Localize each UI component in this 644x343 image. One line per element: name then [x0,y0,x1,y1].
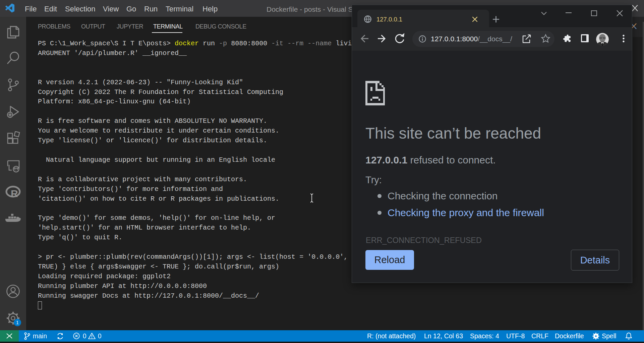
svg-text:R: R [11,188,18,199]
